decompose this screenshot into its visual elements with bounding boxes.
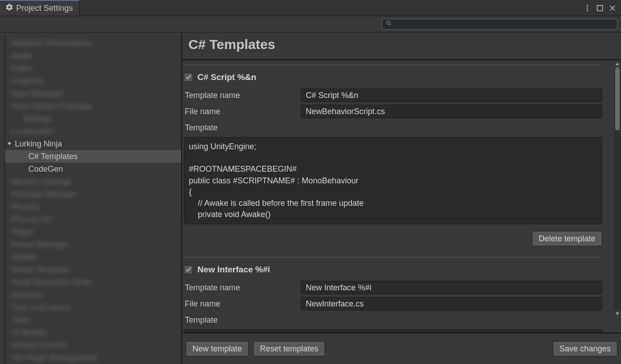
sidebar-item[interactable]: Scene Template — [5, 263, 181, 276]
svg-point-2 — [587, 9, 588, 11]
sidebar-item-csharp-templates[interactable]: C# Templates — [5, 150, 181, 163]
sidebar-item[interactable]: Services — [5, 289, 181, 301]
svg-line-7 — [389, 24, 391, 25]
tab-title: Project Settings — [16, 4, 73, 13]
sidebar-item[interactable]: Version Control — [5, 339, 181, 351]
sidebar-item[interactable]: Editor — [5, 62, 181, 75]
field-label-template-name: Template name — [184, 283, 301, 293]
template-code-input[interactable] — [184, 137, 602, 224]
field-label-template: Template — [184, 315, 301, 325]
template-code-input[interactable] — [184, 329, 602, 333]
toolbar — [0, 16, 621, 32]
svg-point-0 — [587, 5, 588, 6]
sidebar-item[interactable]: Settings — [5, 112, 181, 125]
search-icon — [386, 19, 392, 29]
sidebar-item[interactable]: Tags and Layers — [5, 301, 181, 314]
search-input[interactable] — [395, 21, 613, 28]
sidebar-parent-lurking-ninja[interactable]: Lurking Ninja — [5, 138, 181, 150]
delete-template-button[interactable]: Delete template — [532, 231, 602, 246]
sidebar-item[interactable]: Graphics — [5, 75, 181, 87]
tab-project-settings[interactable]: Project Settings — [0, 0, 80, 16]
content-pane: C# Templates C# Script %&n Template name — [182, 32, 621, 364]
sidebar-item[interactable]: Physics 2D — [5, 213, 181, 226]
scrollbar-thumb[interactable] — [615, 67, 620, 130]
field-label-template: Template — [184, 123, 301, 133]
field-label-template-name: Template name — [184, 91, 301, 100]
template-title: C# Script %&n — [197, 72, 256, 82]
reset-templates-button[interactable]: Reset templates — [253, 341, 325, 356]
scroll-up-icon[interactable] — [614, 60, 621, 67]
svg-marker-8 — [8, 142, 11, 145]
svg-point-1 — [587, 7, 588, 9]
close-icon[interactable] — [608, 4, 617, 12]
scroll-down-icon[interactable] — [614, 310, 621, 317]
sidebar-item[interactable]: Quality — [5, 251, 181, 263]
sidebar-item[interactable]: Preset Manager — [5, 238, 181, 251]
file-name-input[interactable] — [301, 297, 602, 311]
footer: New template Reset templates Save change… — [182, 333, 621, 364]
sidebar-item[interactable]: Memory Settings — [5, 175, 181, 188]
template-name-input[interactable] — [301, 89, 602, 102]
sidebar-item[interactable]: XR Plugin Management — [5, 351, 181, 364]
template-title: New Interface %#i — [197, 265, 270, 275]
maximize-icon[interactable] — [596, 4, 604, 12]
page-title: C# Templates — [182, 32, 621, 57]
sidebar-item[interactable]: Package Manager — [5, 188, 181, 200]
svg-point-6 — [387, 21, 390, 24]
new-template-button[interactable]: New template — [186, 341, 249, 356]
save-changes-button[interactable]: Save changes — [553, 341, 617, 356]
field-label-file-name: File name — [184, 107, 301, 116]
chevron-down-icon — [7, 139, 12, 149]
enable-checkbox[interactable] — [184, 265, 193, 274]
enable-checkbox[interactable] — [184, 73, 193, 82]
sidebar-item[interactable]: Time — [5, 314, 181, 326]
sidebar-item-label: C# Templates — [28, 152, 78, 161]
overflow-icon[interactable] — [583, 4, 591, 12]
svg-marker-9 — [616, 62, 619, 65]
sidebar-item-codegen[interactable]: CodeGen — [5, 163, 181, 175]
template-name-input[interactable] — [301, 281, 602, 294]
sidebar-item[interactable]: Physics — [5, 200, 181, 213]
sidebar-item[interactable]: Adaptive Performance — [5, 37, 181, 49]
sidebar: Adaptive Performance Audio Editor Graphi… — [0, 32, 182, 364]
search-field[interactable] — [382, 19, 617, 30]
file-name-input[interactable] — [301, 105, 602, 118]
gear-icon — [5, 3, 13, 13]
sidebar-item[interactable]: Localization — [5, 125, 181, 138]
vertical-scrollbar[interactable] — [614, 60, 621, 333]
sidebar-item-label: CodeGen — [28, 164, 63, 174]
sidebar-item[interactable]: Input System Package — [5, 100, 181, 112]
field-label-file-name: File name — [184, 299, 301, 309]
svg-marker-10 — [616, 312, 619, 315]
sidebar-item[interactable]: Player — [5, 226, 181, 238]
tabbar: Project Settings — [0, 0, 621, 16]
sidebar-item[interactable]: UI Builder — [5, 326, 181, 339]
sidebar-item[interactable]: Script Execution Order — [5, 276, 181, 289]
svg-rect-3 — [597, 5, 603, 11]
sidebar-item-label: Lurking Ninja — [15, 139, 62, 149]
sidebar-item[interactable]: Input Manager — [5, 87, 181, 100]
template-block: New Interface %#i Template name File nam… — [182, 253, 604, 333]
sidebar-item[interactable]: Audio — [5, 49, 181, 62]
template-block: C# Script %&n Template name File name Te… — [182, 60, 604, 246]
